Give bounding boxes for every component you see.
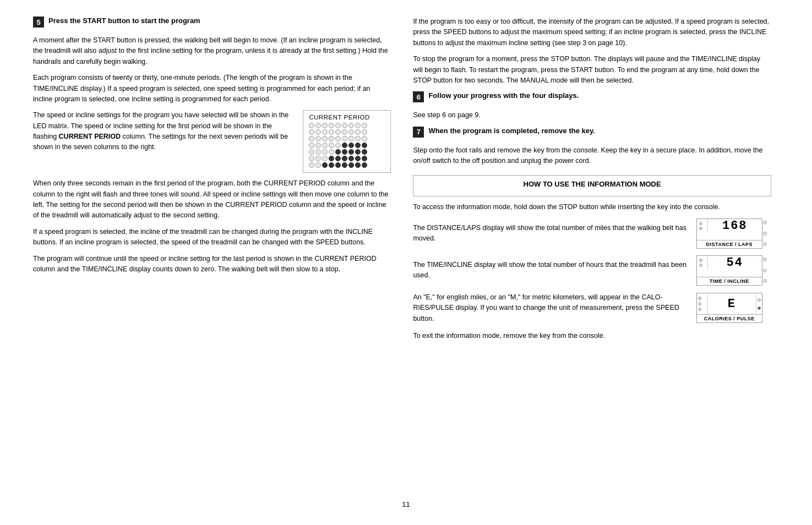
display2-text: The TIME/INCLINE display will show the t… (413, 260, 689, 281)
step5-para1: A moment after the START button is press… (33, 35, 391, 67)
led (329, 123, 334, 128)
side-dot (763, 232, 767, 236)
led (355, 162, 361, 168)
display3-label: CALORIES / PULSE (697, 314, 762, 322)
page: 5 Press the START button to start the pr… (0, 0, 812, 525)
display3-widget: E CALORIES / PULSE (696, 293, 762, 323)
display1-text: The DISTANCE/LAPS display will show the … (413, 223, 689, 244)
side-indicator (698, 297, 701, 300)
led (348, 129, 354, 135)
led (329, 156, 334, 161)
how-to-intro: To access the information mode, hold dow… (413, 202, 771, 212)
step5-para4: If a speed program is selected, the incl… (33, 227, 391, 248)
led-row-2 (309, 129, 385, 135)
led (335, 123, 341, 128)
display2-side-dots (763, 255, 767, 286)
how-to-section: HOW TO USE THE INFORMATION MODE (413, 175, 771, 196)
led (355, 156, 361, 161)
step5-right-para2: To stop the program for a moment, press … (413, 54, 771, 86)
led (342, 136, 347, 141)
led (335, 143, 341, 148)
step5-title: Press the START button to start the prog… (48, 17, 200, 25)
led-row-6 (309, 156, 385, 161)
led (362, 129, 367, 135)
led-row-5 (309, 149, 385, 155)
step5-number: 5 (33, 17, 44, 28)
led (355, 123, 361, 128)
led (329, 136, 334, 141)
led (342, 143, 347, 148)
led (315, 123, 321, 128)
led-matrix-container: CURRENT PERIOD (303, 110, 391, 173)
led (322, 136, 328, 141)
led (342, 149, 347, 155)
led (309, 123, 314, 128)
led (342, 123, 347, 128)
current-period-text-block: The speed or incline settings for the pr… (33, 110, 294, 153)
led (348, 143, 354, 148)
side-indicator (698, 308, 701, 311)
step7-number: 7 (413, 127, 424, 138)
step6-body: See step 6 on page 9. (413, 110, 771, 121)
led (322, 149, 328, 155)
led (335, 162, 341, 168)
side-dot (763, 258, 767, 261)
display2-box: The TIME/INCLINE display will show the t… (413, 255, 771, 286)
led (322, 162, 328, 168)
led (315, 143, 321, 148)
display3-value: E (708, 297, 756, 311)
side-indicator (699, 222, 702, 225)
display2-widget: 54 TIME / INCLINE (696, 255, 762, 286)
side-dot (763, 242, 767, 246)
led (309, 156, 314, 161)
led (342, 162, 347, 168)
led (329, 162, 334, 168)
current-period-text-label: CURRENT PERIOD (59, 133, 121, 140)
display2-value: 54 (708, 256, 762, 270)
led (309, 149, 314, 155)
display1-side-dots (763, 218, 767, 249)
led (362, 143, 367, 148)
led (342, 156, 347, 161)
step7-body: Step onto the foot rails and remove the … (413, 145, 771, 167)
step5-para5: The program will continue until the spee… (33, 254, 391, 275)
how-to-exit: To exit the information mode, remove the… (413, 331, 771, 341)
how-to-title: HOW TO USE THE INFORMATION MODE (420, 180, 764, 188)
step5-header: 5 Press the START button to start the pr… (33, 17, 391, 28)
led (329, 149, 334, 155)
led-row-1 (309, 123, 385, 128)
led (315, 129, 321, 135)
display2-label: TIME / INCLINE (697, 277, 762, 285)
side-indicator (698, 302, 701, 305)
led (362, 156, 367, 161)
led (315, 149, 321, 155)
led (335, 156, 341, 161)
current-period-area: The speed or incline settings for the pr… (33, 110, 391, 173)
display1-box: The DISTANCE/LAPS display will show the … (413, 218, 771, 249)
led (335, 129, 341, 135)
led (362, 162, 367, 168)
page-number: 11 (33, 500, 779, 508)
led (335, 149, 341, 155)
display3-box: An "E," for english miles, or an "M," fo… (413, 292, 771, 324)
led (322, 143, 328, 148)
led (322, 156, 328, 161)
display1-label: DISTANCE / LAPS (697, 240, 762, 248)
led (362, 123, 367, 128)
side-indicator (699, 227, 702, 230)
led (315, 162, 321, 168)
led (322, 129, 328, 135)
side-dot (763, 269, 767, 272)
led (322, 123, 328, 128)
side-indicator-right (757, 307, 761, 310)
led (355, 143, 361, 148)
led (309, 162, 314, 168)
right-column: If the program is too easy or too diffic… (413, 17, 771, 495)
led (315, 156, 321, 161)
led (355, 149, 361, 155)
side-indicator (699, 259, 702, 262)
side-dot (763, 221, 767, 225)
led-matrix (309, 123, 385, 168)
step6-number: 6 (413, 91, 424, 102)
step5-para3: When only three seconds remain in the fi… (33, 178, 391, 221)
